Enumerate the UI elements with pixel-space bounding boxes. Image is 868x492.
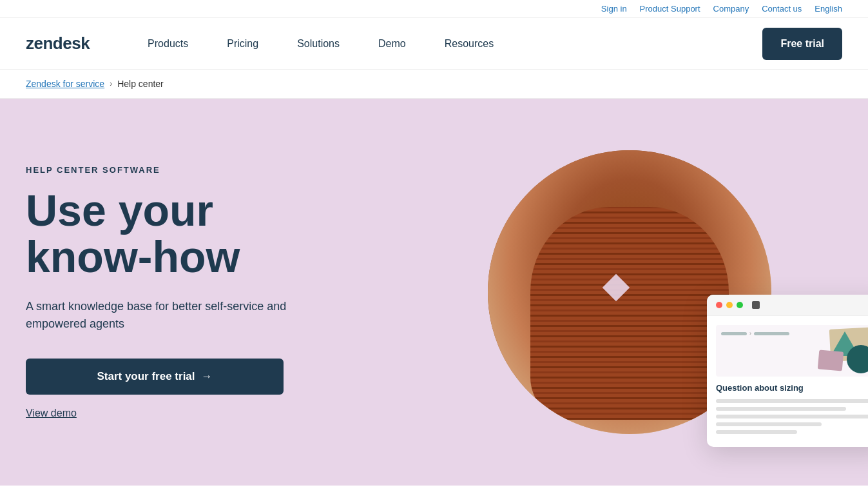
hero-eyebrow: HELP CENTER SOFTWARE: [26, 165, 296, 175]
nav-solutions[interactable]: Solutions: [278, 18, 359, 70]
breadcrumb-separator: ›: [110, 79, 112, 88]
window-dot-green: [737, 302, 743, 308]
nav-demo[interactable]: Demo: [359, 18, 425, 70]
card-question-text: Question about sizing: [716, 383, 868, 393]
sweater-knit-pattern: [530, 207, 729, 420]
main-navigation: zendesk Products Pricing Solutions Demo …: [0, 18, 868, 70]
contact-us-link[interactable]: Contact us: [762, 4, 802, 14]
card-decorative-area: ›: [716, 325, 868, 377]
hero-section: HELP CENTER SOFTWARE Use your know-how A…: [0, 99, 868, 486]
hero-ctas: Start your free trial → View demo: [26, 359, 296, 419]
content-line-4: [716, 422, 822, 426]
hero-content: HELP CENTER SOFTWARE Use your know-how A…: [26, 165, 296, 419]
hero-subtitle: A smart knowledge base for better self-s…: [26, 298, 296, 333]
content-line-5: [716, 430, 797, 434]
company-link[interactable]: Company: [713, 4, 749, 14]
content-line-1: [716, 399, 868, 403]
ui-card-overlay: › Question about sizing: [707, 295, 868, 447]
content-line-2: [716, 407, 846, 411]
nav-products[interactable]: Products: [128, 18, 207, 70]
top-utility-bar: Sign in Product Support Company Contact …: [0, 0, 868, 18]
start-free-trial-button[interactable]: Start your free trial →: [26, 359, 284, 395]
shape-pink-rect: [818, 349, 844, 371]
breadcrumb-parent-link[interactable]: Zendesk for service: [26, 79, 104, 89]
bc-sep: ›: [749, 330, 751, 337]
language-selector[interactable]: English: [815, 4, 842, 14]
product-support-link[interactable]: Product Support: [640, 4, 700, 14]
window-dot-yellow: [726, 302, 733, 308]
breadcrumb: Zendesk for service › Help center: [0, 70, 868, 99]
content-line-3: [716, 415, 868, 418]
ui-card-body: › Question about sizing: [707, 316, 868, 447]
view-demo-button[interactable]: View demo: [26, 408, 77, 419]
hero-title: Use your know-how: [26, 188, 296, 280]
hero-image-area: › Question about sizing: [391, 99, 868, 486]
shape-teal-circle: [847, 345, 868, 373]
window-dot-red: [716, 302, 722, 308]
breadcrumb-current: Help center: [117, 79, 164, 89]
card-breadcrumb-mini: ›: [721, 330, 789, 337]
bc-bar-2: [754, 332, 789, 335]
logo[interactable]: zendesk: [26, 34, 90, 54]
nav-resources[interactable]: Resources: [425, 18, 513, 70]
free-trial-button[interactable]: Free trial: [762, 28, 842, 60]
sign-in-link[interactable]: Sign in: [601, 4, 627, 14]
nav-pricing[interactable]: Pricing: [207, 18, 278, 70]
ui-card-titlebar: [707, 295, 868, 316]
card-app-icon: [752, 301, 760, 309]
nav-links: Products Pricing Solutions Demo Resource…: [128, 18, 762, 70]
bc-bar-1: [721, 332, 747, 335]
